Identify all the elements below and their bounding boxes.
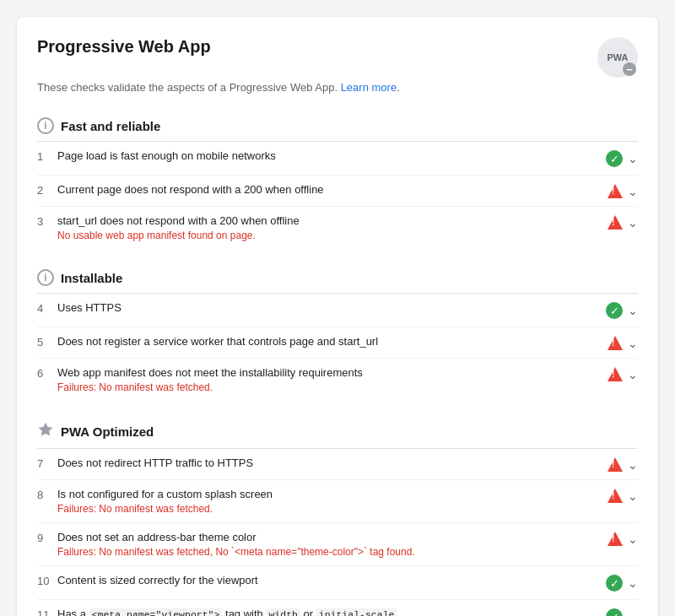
chevron-down-icon[interactable]: ⌄ (628, 458, 638, 472)
row-number: 4 (37, 301, 57, 315)
circle-icon: i (37, 117, 54, 134)
chevron-down-icon[interactable]: ⌄ (628, 576, 638, 590)
row-content: Does not set an address-bar theme colorF… (57, 531, 597, 558)
check-text: Page load is fast enough on mobile netwo… (57, 149, 596, 162)
row-number: 8 (37, 488, 57, 501)
row-content: start_url does not respond with a 200 wh… (57, 214, 597, 241)
pass-icon: ✓ (606, 302, 623, 319)
table-row: 2Current page does not respond with a 20… (37, 176, 638, 207)
row-content: Current page does not respond with a 200… (57, 183, 597, 196)
row-actions: !⌄ (608, 335, 638, 350)
section-title: PWA Optimized (61, 424, 154, 439)
section-fast-reliable: iFast and reliable1Page load is fast eno… (37, 111, 638, 249)
section-header-installable: iInstallable (37, 262, 638, 294)
table-row: 8Is not configured for a custom splash s… (37, 480, 638, 523)
row-actions: !⌄ (608, 183, 638, 198)
chevron-down-icon[interactable]: ⌄ (628, 304, 638, 317)
row-actions: ✓⌄ (606, 301, 638, 319)
pwa-card: Progressive Web App PWA − These checks v… (17, 17, 658, 616)
row-number: 6 (37, 366, 57, 380)
sections-container: iFast and reliable1Page load is fast eno… (37, 111, 638, 616)
check-text: Does not set an address-bar theme color (57, 531, 597, 543)
fail-icon: ! (608, 457, 623, 472)
row-actions: ✓⌄ (606, 149, 638, 167)
pwa-badge: PWA − (597, 37, 638, 78)
row-actions: !⌄ (608, 214, 638, 230)
chevron-down-icon[interactable]: ⌄ (628, 489, 638, 503)
section-pwa-optimized: PWA Optimized7Does not redirect HTTP tra… (37, 414, 638, 616)
row-content: Has a <meta name="viewport"> tag with wi… (57, 608, 596, 616)
pwa-badge-label: PWA (607, 52, 628, 62)
check-text: Does not register a service worker that … (57, 335, 597, 348)
row-actions: !⌄ (608, 366, 638, 381)
table-row: 11Has a <meta name="viewport"> tag with … (37, 600, 638, 616)
chevron-down-icon[interactable]: ⌄ (628, 532, 638, 546)
row-actions: !⌄ (608, 457, 638, 472)
check-text: Current page does not respond with a 200… (57, 183, 597, 196)
row-content: Content is sized correctly for the viewp… (57, 574, 596, 586)
error-text: Failures: No manifest was fetched. (57, 381, 597, 393)
table-row: 10Content is sized correctly for the vie… (37, 566, 638, 600)
table-row: 9Does not set an address-bar theme color… (37, 523, 638, 566)
row-content: Web app manifest does not meet the insta… (57, 366, 597, 393)
row-number: 5 (37, 335, 57, 349)
fail-icon: ! (608, 184, 623, 198)
table-row: 1Page load is fast enough on mobile netw… (37, 142, 638, 176)
star-icon (37, 421, 54, 441)
section-installable: iInstallable4Uses HTTPS✓⌄5Does not regis… (37, 262, 638, 401)
row-number: 3 (37, 214, 57, 228)
row-number: 1 (37, 149, 57, 163)
learn-more-link[interactable]: Learn more (341, 81, 397, 94)
row-content: Does not register a service worker that … (57, 335, 597, 348)
table-row: 3start_url does not respond with a 200 w… (37, 207, 638, 249)
row-number: 2 (37, 183, 57, 197)
fail-icon: ! (608, 489, 623, 503)
row-number: 7 (37, 457, 57, 470)
checks-list: 1Page load is fast enough on mobile netw… (37, 142, 638, 249)
error-text: Failures: No manifest was fetched, No `<… (57, 546, 597, 558)
section-header-fast-reliable: iFast and reliable (37, 111, 638, 142)
circle-icon: i (37, 269, 54, 286)
row-actions: !⌄ (608, 488, 638, 503)
table-row: 5Does not register a service worker that… (37, 327, 638, 359)
pwa-badge-minus-icon: − (623, 62, 636, 76)
chevron-down-icon[interactable]: ⌄ (628, 216, 638, 230)
pass-icon: ✓ (606, 608, 623, 616)
check-text: Has a <meta name="viewport"> tag with wi… (57, 608, 596, 616)
check-text: start_url does not respond with a 200 wh… (57, 214, 597, 227)
section-title: Installable (61, 271, 122, 285)
section-title: Fast and reliable (61, 119, 160, 133)
row-number: 10 (37, 574, 57, 587)
chevron-down-icon[interactable]: ⌄ (628, 337, 638, 350)
checks-list: 4Uses HTTPS✓⌄5Does not register a servic… (37, 294, 638, 401)
page-title: Progressive Web App (37, 37, 211, 57)
table-row: 4Uses HTTPS✓⌄ (37, 294, 638, 327)
card-header: Progressive Web App PWA − (37, 37, 638, 78)
pass-icon: ✓ (606, 150, 623, 167)
table-row: 6Web app manifest does not meet the inst… (37, 359, 638, 401)
row-content: Does not redirect HTTP traffic to HTTPS (57, 457, 597, 469)
chevron-down-icon[interactable]: ⌄ (628, 185, 638, 198)
row-number: 11 (37, 608, 57, 616)
chevron-down-icon[interactable]: ⌄ (628, 368, 638, 381)
row-actions: ✓⌄ (606, 608, 638, 616)
fail-icon: ! (608, 336, 623, 350)
check-text: Web app manifest does not meet the insta… (57, 366, 597, 379)
row-number: 9 (37, 531, 57, 544)
check-text: Uses HTTPS (57, 301, 596, 314)
row-content: Page load is fast enough on mobile netwo… (57, 149, 596, 162)
check-text: Content is sized correctly for the viewp… (57, 574, 596, 586)
table-row: 7Does not redirect HTTP traffic to HTTPS… (37, 449, 638, 480)
chevron-down-icon[interactable]: ⌄ (628, 152, 638, 165)
row-content: Is not configured for a custom splash sc… (57, 488, 597, 515)
check-text: Is not configured for a custom splash sc… (57, 488, 597, 500)
card-subtitle: These checks validate the aspects of a P… (37, 81, 638, 94)
fail-icon: ! (608, 532, 623, 546)
fail-icon: ! (608, 367, 623, 381)
row-actions: ✓⌄ (606, 574, 638, 592)
row-content: Uses HTTPS (57, 301, 596, 314)
error-text: Failures: No manifest was fetched. (57, 503, 597, 515)
chevron-down-icon[interactable]: ⌄ (628, 610, 638, 616)
check-text: Does not redirect HTTP traffic to HTTPS (57, 457, 597, 469)
error-text: No usable web app manifest found on page… (57, 230, 597, 241)
